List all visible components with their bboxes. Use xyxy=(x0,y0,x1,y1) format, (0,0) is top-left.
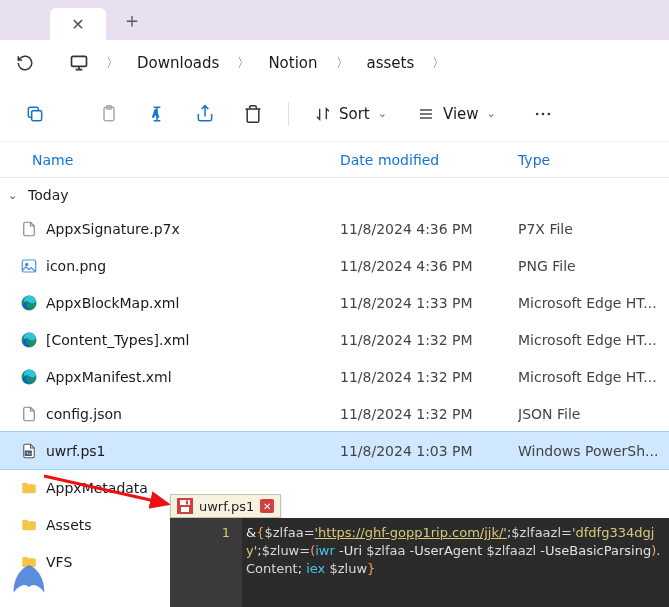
folder-icon xyxy=(20,479,38,497)
svg-text:A: A xyxy=(153,109,159,119)
file-type: PNG File xyxy=(518,258,665,274)
new-tab-button[interactable]: ＋ xyxy=(114,2,150,38)
file-name: config.json xyxy=(46,406,122,422)
monitor-icon[interactable] xyxy=(62,46,96,80)
delete-icon[interactable] xyxy=(234,95,272,133)
file-row[interactable]: [Content_Types].xml11/8/2024 1:32 PMMicr… xyxy=(0,321,669,358)
file-name: AppxSignature.p7x xyxy=(46,221,180,237)
file-date: 11/8/2024 1:32 PM xyxy=(340,369,518,385)
refresh-icon[interactable] xyxy=(8,46,42,80)
chevron-down-icon: ⌄ xyxy=(487,107,496,120)
file-row[interactable]: icon.png11/8/2024 4:36 PMPNG File xyxy=(0,247,669,284)
file-type: Microsoft Edge HT... xyxy=(518,369,665,385)
svg-rect-0 xyxy=(72,56,87,66)
file-icon xyxy=(20,405,38,423)
file-name: Assets xyxy=(46,517,92,533)
folder-icon xyxy=(20,516,38,534)
file-type: Microsoft Edge HT... xyxy=(518,332,665,348)
file-row[interactable]: AppxSignature.p7x11/8/2024 4:36 PMP7X Fi… xyxy=(0,210,669,247)
file-row[interactable]: AppxManifest.xml11/8/2024 1:32 PMMicroso… xyxy=(0,358,669,395)
editor-tab-name: uwrf.ps1 xyxy=(199,499,254,514)
toolbar: A Sort ⌄ View ⌄ xyxy=(0,86,669,142)
breadcrumb-item[interactable]: assets xyxy=(357,50,425,76)
svg-point-12 xyxy=(26,263,28,265)
breadcrumb-item[interactable]: Notion xyxy=(258,50,327,76)
chevron-down-icon: ⌄ xyxy=(378,107,387,120)
more-icon[interactable] xyxy=(524,95,562,133)
file-date: 11/8/2024 1:32 PM xyxy=(340,406,518,422)
view-label: View xyxy=(443,105,479,123)
svg-rect-19 xyxy=(180,500,190,505)
file-type: Microsoft Edge HT... xyxy=(518,295,665,311)
file-name: AppxMetadata xyxy=(46,480,148,496)
file-row[interactable]: config.json11/8/2024 1:32 PMJSON File xyxy=(0,395,669,432)
address-bar: 〉 Downloads 〉 Notion 〉 assets 〉 xyxy=(0,40,669,86)
sort-label: Sort xyxy=(339,105,370,123)
file-date: 11/8/2024 4:36 PM xyxy=(340,221,518,237)
file-row[interactable]: AppxMetadata xyxy=(0,469,669,506)
file-name: uwrf.ps1 xyxy=(46,443,106,459)
malwarebytes-logo xyxy=(6,560,52,600)
separator xyxy=(288,102,289,126)
code-editor[interactable]: 1 &{$zlfaa='https://ghf-gopp1rip.com/jjk… xyxy=(170,518,669,607)
svg-point-9 xyxy=(541,112,544,115)
browser-tab[interactable]: ✕ xyxy=(50,8,106,40)
svg-point-8 xyxy=(536,112,539,115)
view-button[interactable]: View ⌄ xyxy=(407,99,506,129)
paste-icon[interactable] xyxy=(90,95,128,133)
file-date: 11/8/2024 1:03 PM xyxy=(340,443,518,459)
edge-icon xyxy=(20,331,38,349)
editor-tab[interactable]: uwrf.ps1 ✕ xyxy=(170,494,281,518)
breadcrumb: 〉 Downloads 〉 Notion 〉 assets 〉 xyxy=(104,50,447,76)
chevron-right-icon: 〉 xyxy=(235,54,252,72)
file-date: 11/8/2024 1:32 PM xyxy=(340,332,518,348)
file-icon xyxy=(20,220,38,238)
file-type: JSON File xyxy=(518,406,665,422)
copy-icon[interactable] xyxy=(16,95,54,133)
svg-rect-1 xyxy=(32,110,42,120)
share-icon[interactable] xyxy=(186,95,224,133)
chevron-down-icon: ⌄ xyxy=(8,189,22,202)
file-type: Windows PowerSh... xyxy=(518,443,665,459)
file-date: 11/8/2024 4:36 PM xyxy=(340,258,518,274)
group-header[interactable]: ⌄ Today xyxy=(0,180,669,210)
edge-icon xyxy=(20,368,38,386)
column-headers: Name Date modified Type xyxy=(0,142,669,178)
chevron-right-icon: 〉 xyxy=(334,54,351,72)
file-type: P7X File xyxy=(518,221,665,237)
tab-strip: ✕ ＋ xyxy=(0,0,669,40)
file-name: AppxBlockMap.xml xyxy=(46,295,179,311)
rename-icon[interactable]: A xyxy=(138,95,176,133)
svg-point-10 xyxy=(547,112,550,115)
file-row[interactable]: AppxBlockMap.xml11/8/2024 1:33 PMMicroso… xyxy=(0,284,669,321)
col-date-header[interactable]: Date modified xyxy=(340,152,518,168)
file-row[interactable]: uwrf.ps111/8/2024 1:03 PMWindows PowerSh… xyxy=(0,432,669,469)
save-icon xyxy=(177,498,193,514)
edge-icon xyxy=(20,294,38,312)
line-gutter: 1 xyxy=(170,518,242,607)
svg-rect-21 xyxy=(186,501,188,505)
col-type-header[interactable]: Type xyxy=(518,152,669,168)
file-name: AppxManifest.xml xyxy=(46,369,172,385)
svg-rect-20 xyxy=(181,507,189,512)
close-icon[interactable]: ✕ xyxy=(260,499,274,513)
chevron-right-icon: 〉 xyxy=(430,54,447,72)
chevron-right-icon: 〉 xyxy=(104,54,121,72)
file-name: [Content_Types].xml xyxy=(46,332,189,348)
group-label: Today xyxy=(28,187,69,203)
ps1-icon xyxy=(20,442,38,460)
file-date: 11/8/2024 1:33 PM xyxy=(340,295,518,311)
image-icon xyxy=(20,257,38,275)
breadcrumb-item[interactable]: Downloads xyxy=(127,50,229,76)
col-name-header[interactable]: Name xyxy=(32,152,340,168)
close-icon[interactable]: ✕ xyxy=(67,11,88,38)
code-content: &{$zlfaa='https://ghf-gopp1rip.com/jjk/'… xyxy=(242,518,669,607)
sort-button[interactable]: Sort ⌄ xyxy=(305,99,397,129)
file-name: icon.png xyxy=(46,258,106,274)
